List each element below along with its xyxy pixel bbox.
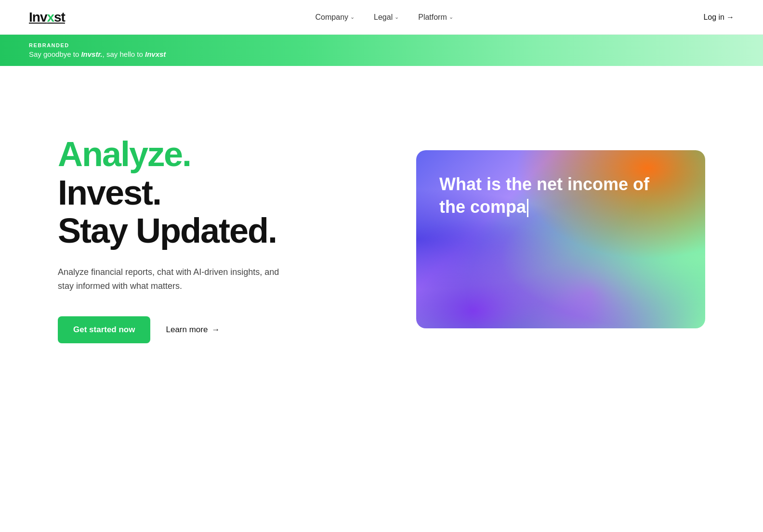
nav-label-legal: Legal xyxy=(374,13,393,22)
hero-description: Analyze financial reports, chat with AI-… xyxy=(58,265,279,293)
rebranded-banner: REBRANDED Say goodbye to Invstr., say he… xyxy=(0,35,763,66)
ai-query-card: What is the net income of the compa xyxy=(416,150,705,328)
ai-query-content: What is the net income of the compa xyxy=(439,174,649,217)
nav-item-legal[interactable]: Legal ⌄ xyxy=(374,13,399,22)
nav-label-platform: Platform xyxy=(418,13,447,22)
nav-label-company: Company xyxy=(316,13,348,22)
nav-item-platform[interactable]: Platform ⌄ xyxy=(418,13,453,22)
logo-text-start: Inv xyxy=(29,10,47,25)
logo-text-end: st xyxy=(54,10,65,25)
hero-heading-updated: Stay Updated. xyxy=(58,212,308,250)
banner-new-brand: Invxst xyxy=(145,50,166,58)
chevron-down-icon: ⌄ xyxy=(395,14,399,20)
learn-more-link[interactable]: Learn more → xyxy=(166,325,220,335)
ai-query-text: What is the net income of the compa xyxy=(439,173,661,219)
hero-right: What is the net income of the compa xyxy=(416,150,705,328)
learn-more-label: Learn more xyxy=(166,325,208,335)
logo-x: x xyxy=(47,10,54,25)
nav-links: Company ⌄ Legal ⌄ Platform ⌄ xyxy=(316,13,453,22)
navbar: Invxst Company ⌄ Legal ⌄ Platform ⌄ Log … xyxy=(0,0,763,35)
hero-actions: Get started now Learn more → xyxy=(58,316,308,343)
cursor-icon xyxy=(527,199,528,217)
login-arrow-icon: → xyxy=(726,13,734,22)
chevron-down-icon: ⌄ xyxy=(350,14,355,20)
banner-label: REBRANDED xyxy=(29,42,734,48)
banner-old-brand: Invstr. xyxy=(81,50,102,58)
banner-text: Say goodbye to Invstr., say hello to Inv… xyxy=(29,50,734,58)
nav-item-company[interactable]: Company ⌄ xyxy=(316,13,355,22)
learn-more-arrow-icon: → xyxy=(211,325,220,335)
hero-heading-analyze: Analyze. xyxy=(58,135,308,173)
banner-text-middle: , say hello to xyxy=(103,50,145,58)
hero-heading-invest: Invest. xyxy=(58,174,308,212)
banner-text-start: Say goodbye to xyxy=(29,50,81,58)
chevron-down-icon: ⌄ xyxy=(449,14,453,20)
hero-section: Analyze. Invest. Stay Updated. Analyze f… xyxy=(0,66,763,403)
get-started-button[interactable]: Get started now xyxy=(58,316,150,343)
login-button[interactable]: Log in → xyxy=(703,13,734,22)
login-label: Log in xyxy=(703,13,724,22)
hero-left: Analyze. Invest. Stay Updated. Analyze f… xyxy=(58,135,308,343)
logo[interactable]: Invxst xyxy=(29,10,65,25)
hero-heading: Analyze. Invest. Stay Updated. xyxy=(58,135,308,250)
